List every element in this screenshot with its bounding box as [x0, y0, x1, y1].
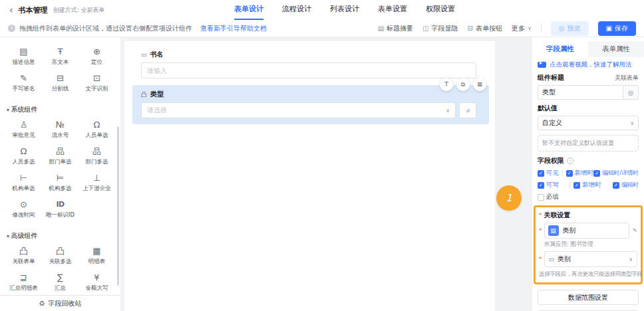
- palette-item-detail-table[interactable]: ▦ 明细表: [79, 246, 115, 271]
- tab-form-design[interactable]: 表单设计: [234, 0, 263, 20]
- back-icon[interactable]: ‹: [9, 5, 13, 15]
- preview-icon: ◎: [559, 25, 565, 32]
- section-advanced-components[interactable]: 高级组件: [5, 226, 115, 246]
- trash-icon: ♻: [39, 300, 45, 307]
- relation-link-button[interactable]: ∞: [459, 102, 476, 118]
- location-icon: ⊕: [93, 47, 100, 57]
- field-icon: ▭: [549, 256, 555, 262]
- palette-item-relation-multi[interactable]: 凸 关联多选: [42, 246, 79, 271]
- more-menu[interactable]: 更多 ∨: [512, 24, 532, 33]
- currency-icon: ¥: [94, 272, 99, 283]
- palette-item-richtext[interactable]: Ŧ 富文本: [42, 47, 79, 72]
- palette-scrollbar[interactable]: [117, 126, 119, 286]
- palette-item-unique-id[interactable]: ID 唯一标识ID: [42, 199, 79, 225]
- toolbar: i 拖拽组件到表单的设计区域，通过设置右侧配置项设计组件 查看新手引导帮助文档 …: [0, 20, 644, 37]
- richtext-icon: Ŧ: [58, 47, 63, 57]
- field-action-buttons: T ⧉ ⊠: [440, 78, 486, 91]
- default-value-label: 默认值: [538, 104, 558, 113]
- palette-item-modified-time[interactable]: ⊙ 修改时间: [5, 199, 42, 225]
- description-icon: ▤: [19, 47, 27, 57]
- page-title: 书本管理: [19, 5, 48, 15]
- palette-item-org-multi[interactable]: ⊨ 机构多选: [42, 173, 79, 198]
- save-icon: ▣: [606, 25, 612, 32]
- title-visibility-button[interactable]: ◎: [623, 85, 639, 100]
- inspector-tabs: 字段属性 表单属性: [532, 41, 644, 57]
- tab-form-properties[interactable]: 表单属性: [588, 41, 644, 57]
- permission-row-visible: ✓ 可见 ✓ 新增时 ✓ 编辑时/详情时: [538, 169, 639, 177]
- checkbox-writable[interactable]: ✓: [538, 182, 544, 189]
- palette-item-signature[interactable]: ✎ 手写签名: [5, 73, 42, 98]
- palette-item-sum-detail-table[interactable]: ⊒ 汇总明细表: [5, 272, 42, 298]
- palette-item-org-single[interactable]: ⊢ 机构单选: [5, 173, 42, 198]
- relation-form-field[interactable]: ▤ 类别: [544, 223, 630, 239]
- field-visibility-button[interactable]: ◫ 字段显隐: [422, 24, 458, 33]
- org-multi-icon: ⊨: [57, 173, 64, 183]
- component-type-label: 关联表单: [615, 74, 639, 82]
- type-select[interactable]: 请选择 ∨: [141, 102, 456, 118]
- checkbox-required[interactable]: [538, 194, 544, 201]
- link-icon: ∞: [463, 106, 472, 115]
- default-value-select[interactable]: 自定义 ∨: [538, 116, 639, 130]
- book-name-input[interactable]: [141, 62, 476, 78]
- palette-item-person-multi[interactable]: Ω 人员多选: [5, 146, 42, 171]
- relation-field-select[interactable]: ▭ 类别 ∨: [544, 251, 638, 267]
- section-system-components[interactable]: 系统组件: [5, 100, 115, 120]
- checkbox-visible[interactable]: ✓: [538, 170, 544, 177]
- selected-field-block[interactable]: T ⧉ ⊠ 凸 类型 请选择 ∨ ∞: [132, 85, 489, 124]
- relation-form-icon: 凸: [19, 246, 28, 257]
- tab-field-properties[interactable]: 字段属性: [532, 41, 588, 57]
- info-icon: i: [567, 157, 573, 164]
- tab-flow-design[interactable]: 流程设计: [282, 0, 311, 20]
- relation-settings-title: 关联设置: [544, 211, 571, 220]
- title-style-button[interactable]: T: [440, 78, 453, 91]
- palette-item-divider[interactable]: ⊟ 分割线: [42, 73, 79, 98]
- help-doc-link[interactable]: 查看新手引导帮助文档: [200, 24, 267, 33]
- palette-item-description[interactable]: ▤ 描述信息: [5, 47, 42, 72]
- creation-mode-label: 创建方式: 全新表单: [53, 6, 105, 15]
- palette-item-dept-single[interactable]: 品 部门单选: [42, 146, 79, 171]
- palette-item-serial-number[interactable]: № 流水号: [42, 120, 79, 145]
- copy-button[interactable]: ⧉: [456, 78, 470, 91]
- palette-item-updown-enterprise[interactable]: ⊥ 上下游企业: [79, 173, 115, 198]
- relation-multi-icon: 凸: [56, 246, 65, 257]
- delete-button[interactable]: ⊠: [473, 78, 486, 91]
- palette-item-amount-words[interactable]: ¥ 金额大写: [79, 272, 115, 298]
- palette-item-relation-form[interactable]: 凸 关联表单: [5, 246, 42, 271]
- video-tutorial-link[interactable]: 点击观看视频，快速了解用法: [538, 60, 639, 69]
- palette-item-dept-multi[interactable]: 品 部门多选: [79, 146, 115, 171]
- checkbox-writable-edit[interactable]: ✓: [613, 182, 619, 189]
- title-summary-icon: ▤: [378, 25, 384, 32]
- step-badge: 1: [496, 185, 522, 211]
- checkbox-visible-edit-detail[interactable]: ✓: [593, 170, 600, 177]
- app-note: 所属应用: 图书管理: [539, 241, 637, 249]
- palette-item-person-single[interactable]: Ω 人员单选: [79, 120, 115, 145]
- property-inspector: 字段属性 表单属性 点击观看视频，快速了解用法 组件标题 关联表单 ◎ 默认值 …: [532, 37, 644, 311]
- palette-item-summary[interactable]: ∑ 汇总: [42, 272, 79, 298]
- designer-tabs: 表单设计 流程设计 列表设计 表单设置 权限设置: [234, 0, 455, 20]
- title-summary-button[interactable]: ▤ 标题摘要: [378, 24, 413, 33]
- palette-item-location[interactable]: ⊕ 定位: [79, 47, 115, 72]
- form-buttons-icon: ⊟: [468, 25, 473, 32]
- field-recycle-bin[interactable]: ♻ 字段回收站: [0, 295, 120, 311]
- required-marker: *: [539, 227, 542, 234]
- field-label-book-name: ▭ 书名: [141, 50, 476, 59]
- tab-form-settings[interactable]: 表单设置: [378, 0, 407, 20]
- chevron-down-icon: ∨: [630, 120, 634, 126]
- field-visibility-icon: ◫: [422, 25, 428, 32]
- person-single-icon: Ω: [94, 120, 100, 130]
- tab-permission-settings[interactable]: 权限设置: [426, 0, 455, 20]
- palette-item-approval[interactable]: ♙ 审批意见: [5, 120, 42, 145]
- preview-button[interactable]: ◎ 预览: [551, 21, 589, 36]
- component-title-input[interactable]: [538, 85, 623, 100]
- checkbox-visible-new[interactable]: ✓: [566, 170, 573, 177]
- checkbox-writable-new[interactable]: ✓: [573, 182, 580, 189]
- save-button[interactable]: ▣ 保存: [598, 21, 636, 36]
- video-icon: [538, 62, 546, 68]
- info-icon: i: [8, 25, 15, 32]
- palette-item-ocr[interactable]: ⊡ 文字识别: [79, 73, 115, 98]
- edit-icon[interactable]: ✎: [632, 227, 637, 234]
- form-buttons-button[interactable]: ⊟ 表单按钮: [468, 24, 502, 33]
- data-scope-button[interactable]: 数据范围设置: [538, 290, 639, 305]
- tab-list-design[interactable]: 列表设计: [330, 0, 359, 20]
- dept-single-icon: 品: [56, 146, 65, 157]
